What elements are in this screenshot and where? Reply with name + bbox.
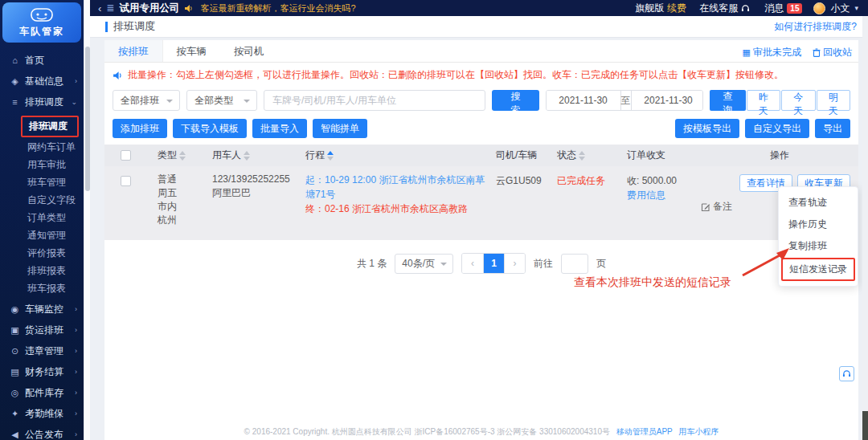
plan-renew[interactable]: 旗舰版续费 — [635, 2, 686, 15]
user-menu-caret-icon[interactable]: ▾ — [854, 4, 858, 12]
submenu-item-schedule-report[interactable]: 排班报表 — [0, 262, 84, 279]
add-schedule-button[interactable]: 添加排班 — [113, 119, 167, 138]
layers-icon: ◈ — [10, 76, 20, 87]
submenu-item-notification-mgmt[interactable]: 通知管理 — [0, 226, 84, 244]
submenu-item-custom-fields[interactable]: 自定义字段 — [0, 191, 84, 209]
sidebar-item-vehicle-monitor[interactable]: ◉ 车辆监控 › — [0, 299, 84, 320]
mini-program-link[interactable]: 用车小程序 — [678, 427, 719, 436]
submenu-item-ride-hailing-orders[interactable]: 网约车订单 — [0, 138, 84, 156]
query-button[interactable]: 查询 — [710, 90, 746, 111]
search-button[interactable]: 搜索 — [492, 90, 538, 111]
sidebar-item-freight-schedule[interactable]: ▣ 货运排班 › — [0, 320, 84, 340]
column-status[interactable]: 状态 — [557, 149, 620, 162]
sidebar-item-label: 排班调度 — [25, 96, 63, 109]
fee-detail-link[interactable]: 费用信息 — [627, 188, 701, 203]
page-size-select[interactable]: 40条/页 — [395, 254, 453, 274]
column-type[interactable]: 类型 — [158, 149, 204, 162]
mobile-admin-app-link[interactable]: 移动管理员APP — [616, 427, 673, 436]
username[interactable]: 小文 — [830, 2, 850, 15]
user-avatar[interactable] — [813, 2, 825, 14]
smart-merge-button[interactable]: 智能拼单 — [313, 119, 367, 138]
submenu-item-shuttle-mgmt[interactable]: 班车管理 — [0, 173, 84, 191]
collapse-back-icon[interactable]: ‹ — [98, 2, 101, 14]
footer: © 2016-2021 Copyright. 杭州圆点科技有限公司 浙ICP备1… — [104, 426, 858, 438]
export-button[interactable]: 导出 — [815, 119, 850, 138]
tab-bar: 按排班 按车辆 按司机 ▦审批未完成 回收站 — [104, 40, 858, 63]
sort-icon[interactable] — [179, 151, 186, 161]
sidebar-item-basic-info[interactable]: ◈ 基础信息 › — [0, 71, 84, 92]
megaphone-icon: ◀ — [10, 430, 20, 440]
row-checkbox[interactable] — [121, 176, 131, 186]
org-list-icon[interactable]: ≣ — [106, 2, 114, 14]
sort-icon[interactable] — [579, 151, 585, 161]
type-filter-select[interactable]: 全部类型 — [186, 90, 257, 111]
sidebar-item-scheduling[interactable]: ≡ 排班调度 ⌄ — [0, 92, 84, 112]
chevron-right-icon: › — [75, 409, 77, 418]
goto-page-input[interactable] — [561, 254, 588, 274]
select-all-checkbox[interactable] — [121, 150, 131, 161]
recycle-bin-link[interactable]: 回收站 — [813, 46, 852, 59]
floating-service-button[interactable] — [839, 366, 854, 381]
help-link[interactable]: 如何进行排班调度? — [774, 20, 857, 34]
chevron-right-icon: › — [75, 326, 77, 334]
sidebar-item-violation-mgmt[interactable]: ⊙ 违章管理 › — [0, 340, 84, 361]
messages[interactable]: 消息 15 — [764, 2, 802, 15]
sidebar-item-label: 首页 — [25, 54, 44, 67]
prev-page-button[interactable]: ‹ — [462, 254, 483, 273]
renew-link[interactable]: 续费 — [667, 2, 686, 15]
column-trip[interactable]: 行程 — [305, 149, 490, 162]
today-button[interactable]: 今天 — [781, 90, 816, 111]
date-to-input[interactable] — [632, 91, 703, 110]
menu-item-operation-history[interactable]: 操作历史 — [779, 214, 858, 235]
chevron-down-icon: ⌄ — [71, 98, 77, 106]
headset-icon — [741, 4, 750, 13]
menu-item-view-track[interactable]: 查看轨迹 — [779, 192, 858, 214]
announcement-speaker-icon — [184, 4, 194, 13]
sidebar-scrollbar-thumb[interactable] — [85, 47, 90, 191]
company-name[interactable]: 试用专用公司 — [119, 2, 179, 15]
export-by-template-button[interactable]: 按模板导出 — [675, 119, 739, 138]
submenu-item-shuttle-report[interactable]: 班车报表 — [0, 279, 84, 297]
download-template-button[interactable]: 下载导入模板 — [173, 119, 247, 138]
tomorrow-button[interactable]: 明天 — [817, 90, 851, 111]
cell-user: 123/13925252255 阿里巴巴 — [204, 173, 301, 227]
scheduling-submenu: 排班调度 网约车订单 用车审批 班车管理 自定义字段 订单类型 通知管理 评价报… — [0, 112, 84, 299]
action-bar: 添加排班 下载导入模板 批量导入 智能拼单 按模板导出 自定义导出 导出 — [104, 115, 858, 145]
batch-import-button[interactable]: 批量导入 — [252, 119, 307, 138]
online-service[interactable]: 在线客服 — [699, 2, 750, 15]
home-icon: ⌂ — [10, 55, 20, 65]
notice-text: 批量操作：勾选上左侧勾选框，可以进行批量操作。回收站：已删除的排班可以在【回收站… — [128, 68, 784, 82]
custom-export-button[interactable]: 自定义导出 — [745, 119, 809, 138]
sidebar-item-attendance-maintenance[interactable]: ✦ 考勤维保 › — [0, 403, 84, 424]
sidebar-item-home[interactable]: ⌂ 首页 — [0, 50, 84, 71]
announcement-text[interactable]: 客运最新重磅解析，客运行业会消失吗? — [200, 2, 355, 14]
app-logo[interactable]: 车队管家 — [2, 2, 81, 43]
sidebar-item-finance-settlement[interactable]: ▤ 财务结算 › — [0, 361, 84, 382]
approval-unfinished-link[interactable]: ▦审批未完成 — [743, 46, 801, 59]
page-scrollbar[interactable] — [862, 16, 868, 440]
column-user[interactable]: 用车人 — [212, 149, 301, 162]
date-from-input[interactable] — [547, 91, 620, 110]
sort-icon[interactable] — [244, 151, 250, 161]
tab-by-schedule[interactable]: 按排班 — [104, 40, 163, 62]
cell-driver-vehicle: 云G1U509 — [490, 173, 553, 227]
search-input[interactable] — [264, 90, 485, 111]
page-scrollbar-thumb[interactable] — [862, 411, 868, 440]
schedule-filter-select[interactable]: 全部排班 — [113, 90, 180, 111]
tab-by-driver[interactable]: 按司机 — [220, 40, 278, 62]
active-submenu-highlight: 排班调度 — [21, 116, 79, 137]
sidebar-item-announcement[interactable]: ◀ 公告发布 › — [0, 424, 84, 440]
trip-start-link[interactable]: 起：10-29 12:00 浙江省杭州市余杭区南草塘71号 — [305, 173, 490, 202]
sidebar-item-parts-inventory[interactable]: ◎ 配件库存 › — [0, 382, 84, 403]
sidebar-scrollbar[interactable] — [84, 0, 90, 440]
submenu-item-order-types[interactable]: 订单类型 — [0, 209, 84, 226]
submenu-item-vehicle-approval[interactable]: 用车审批 — [0, 156, 84, 173]
current-page[interactable]: 1 — [483, 254, 504, 273]
next-page-button[interactable]: › — [504, 254, 525, 273]
tab-by-vehicle[interactable]: 按车辆 — [163, 40, 221, 62]
note-button[interactable]: 备注 — [701, 186, 732, 227]
yesterday-button[interactable]: 昨天 — [747, 90, 781, 111]
submenu-item-scheduling[interactable]: 排班调度 — [0, 114, 84, 138]
submenu-item-rating-report[interactable]: 评价报表 — [0, 244, 84, 262]
sort-icon-active[interactable] — [327, 151, 334, 161]
